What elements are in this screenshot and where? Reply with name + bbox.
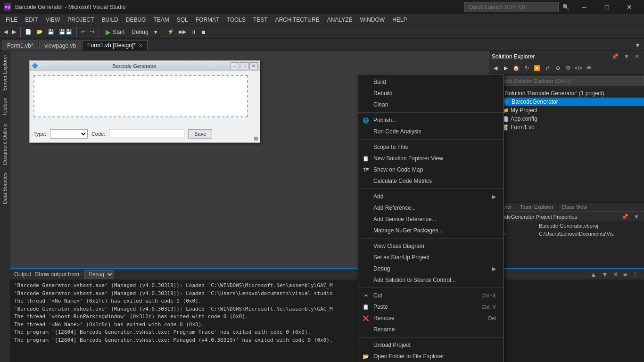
context-menu-item[interactable]: Add Solution to Source Control... xyxy=(358,274,504,286)
menu-sql[interactable]: SQL xyxy=(173,14,192,25)
menu-architecture[interactable]: ARCHITECTURE xyxy=(272,14,323,25)
quick-launch-input[interactable] xyxy=(464,2,559,12)
toolbar-save-all[interactable]: 💾💾 xyxy=(57,27,74,37)
save-button[interactable]: Save xyxy=(188,129,212,139)
toolbar-back[interactable]: ◀ xyxy=(2,27,9,37)
se-btn-code[interactable]: </> xyxy=(574,63,583,73)
output-source-dropdown[interactable]: Debug xyxy=(84,270,114,279)
menu-debug[interactable]: DEBUG xyxy=(122,14,150,25)
se-btn-collapse[interactable]: ⊖ xyxy=(553,63,562,73)
code-input[interactable] xyxy=(109,130,184,138)
context-menu-item[interactable]: Scope to This xyxy=(358,141,504,153)
start-button[interactable]: ▶ Start xyxy=(101,27,129,37)
close-button[interactable]: ✕ xyxy=(619,0,640,14)
tab-class-view[interactable]: Class View xyxy=(558,203,591,211)
minimize-button[interactable]: ─ xyxy=(573,0,595,14)
context-menu-item[interactable]: Manage NuGet Packages... xyxy=(358,225,504,236)
toolbar-btn1[interactable]: ⚡ xyxy=(165,27,176,37)
menu-team[interactable]: TEAM xyxy=(149,14,173,25)
toolbar-open[interactable]: 📂 xyxy=(34,27,45,37)
toolbar-undo[interactable]: ↩ xyxy=(79,27,87,37)
toolbar-forward[interactable]: ▶ xyxy=(10,27,18,37)
context-menu-item[interactable]: 📂Open Folder in File Explorer xyxy=(358,351,504,362)
context-menu-item[interactable]: 🌐Publish... xyxy=(358,115,504,126)
context-menu-item[interactable]: Add Reference... xyxy=(358,202,504,214)
context-menu-item[interactable]: View Class Diagram xyxy=(358,240,504,252)
output-btn2[interactable]: ▼ xyxy=(600,271,610,278)
menu-window[interactable]: WINDOW xyxy=(356,14,389,25)
context-menu-item[interactable]: Clean xyxy=(358,99,504,110)
context-menu-item[interactable]: Add Service Reference... xyxy=(358,214,504,225)
sidebar-tab-document-outline[interactable]: Document Outline xyxy=(0,120,10,169)
type-dropdown[interactable] xyxy=(50,129,88,139)
tree-item-appconfig[interactable]: 📄 App.config xyxy=(489,115,644,123)
context-menu-item[interactable]: ✂CutCtrl+X xyxy=(358,290,504,301)
menu-format[interactable]: FORMAT xyxy=(192,14,223,25)
output-btn1[interactable]: ▲ xyxy=(588,271,599,278)
tab-viewpage[interactable]: viewpage.vb xyxy=(39,41,81,50)
toolbar-save[interactable]: 💾 xyxy=(46,27,56,37)
se-btn-back[interactable]: ◀ xyxy=(491,63,500,73)
se-search-input[interactable] xyxy=(493,76,644,86)
tree-item-project[interactable]: ▼ 🔷 BarcodeGenerator xyxy=(489,98,644,106)
sidebar-tab-toolbox[interactable]: Toolbox xyxy=(0,94,10,120)
context-menu-item[interactable]: 📋PasteCtrl+V xyxy=(358,301,504,313)
prop-dropdown-btn[interactable]: ▼ xyxy=(632,213,641,221)
se-pin-btn[interactable]: 📌 xyxy=(610,53,620,60)
output-btn3[interactable]: ✕ xyxy=(611,271,620,278)
toolbar-btn4[interactable]: ⏹ xyxy=(199,27,208,37)
context-menu-item[interactable]: Set as StartUp Project xyxy=(358,252,504,263)
context-menu-item[interactable]: 🗺Show on Code Map xyxy=(358,164,504,175)
form-close-btn[interactable]: ✕ xyxy=(249,62,258,69)
tab-form1design[interactable]: Form1.vb [Design]* ✕ xyxy=(82,40,148,50)
output-btn5[interactable]: ⋮ xyxy=(630,271,640,278)
se-dropdown-btn[interactable]: ▼ xyxy=(622,53,631,60)
context-menu-item[interactable]: Rename xyxy=(358,324,504,335)
output-btn4[interactable]: ≡ xyxy=(621,271,629,278)
menu-edit[interactable]: EDIT xyxy=(21,14,41,25)
context-menu-item[interactable]: 📋New Solution Explorer View xyxy=(358,153,504,164)
toolbar-new[interactable]: 📄 xyxy=(23,27,33,37)
context-menu-item[interactable]: Unload Project xyxy=(358,339,504,351)
tree-item-form1vb[interactable]: 📝 Form1.vb xyxy=(489,123,644,132)
form-minimize-btn[interactable]: ─ xyxy=(231,62,239,69)
toolbar-btn3[interactable]: ⏸ xyxy=(189,27,198,37)
resize-handle[interactable] xyxy=(254,137,258,140)
context-menu-item[interactable]: Add▶ xyxy=(358,191,504,202)
debug-dropdown[interactable]: ▼ xyxy=(151,27,160,37)
menu-build[interactable]: BUILD xyxy=(98,14,122,25)
se-btn-filter[interactable]: 🔽 xyxy=(532,63,542,73)
form-maximize-btn[interactable]: □ xyxy=(240,62,248,69)
context-menu-item[interactable]: Debug▶ xyxy=(358,263,504,274)
se-btn-forward[interactable]: ▶ xyxy=(501,63,511,73)
context-menu-item[interactable]: Rebuild xyxy=(358,88,504,99)
sidebar-tab-server-explorer[interactable]: Server Explorer xyxy=(0,51,10,94)
menu-view[interactable]: VIEW xyxy=(42,14,64,25)
tree-item-solution[interactable]: ▶ 📋 Solution 'Barcode Generator' (1 proj… xyxy=(489,89,644,98)
context-menu-item[interactable]: ❌RemoveDel xyxy=(358,313,504,324)
se-btn-home[interactable]: 🏠 xyxy=(512,63,521,73)
menu-tools[interactable]: TOOLS xyxy=(223,14,249,25)
menu-file[interactable]: FILE xyxy=(2,14,21,25)
tab-overflow-btn[interactable]: ▼ xyxy=(633,40,642,50)
menu-test[interactable]: TEST xyxy=(249,14,272,25)
form-canvas[interactable] xyxy=(33,75,248,117)
context-menu-item[interactable]: Calculate Code Metrics xyxy=(358,175,504,187)
prop-pin-btn[interactable]: 📌 xyxy=(619,213,630,221)
se-close-btn[interactable]: ✕ xyxy=(633,53,641,60)
tab-close-icon[interactable]: ✕ xyxy=(139,43,142,48)
tree-item-myproject[interactable]: 📁 My Project xyxy=(489,106,644,115)
toolbar-btn2[interactable]: ▶▶ xyxy=(177,27,188,37)
menu-project[interactable]: PROJECT xyxy=(64,14,98,25)
toolbar-redo[interactable]: ↪ xyxy=(88,27,96,37)
context-menu-item[interactable]: Run Code Analysis xyxy=(358,126,504,137)
sidebar-tab-data-sources[interactable]: Data Sources xyxy=(0,169,10,208)
menu-analyze[interactable]: ANALYZE xyxy=(323,14,356,25)
tab-team-explorer[interactable]: Team Explorer xyxy=(516,203,558,211)
menu-help[interactable]: HELP xyxy=(388,14,411,25)
se-btn-sync[interactable]: ⇄ xyxy=(543,63,552,73)
se-btn-refresh[interactable]: ↻ xyxy=(522,63,531,73)
tab-form1vb[interactable]: Form1.vb* xyxy=(2,41,38,50)
se-btn-properties[interactable]: ⚙ xyxy=(563,63,573,73)
context-menu-item[interactable]: Build xyxy=(358,76,504,88)
